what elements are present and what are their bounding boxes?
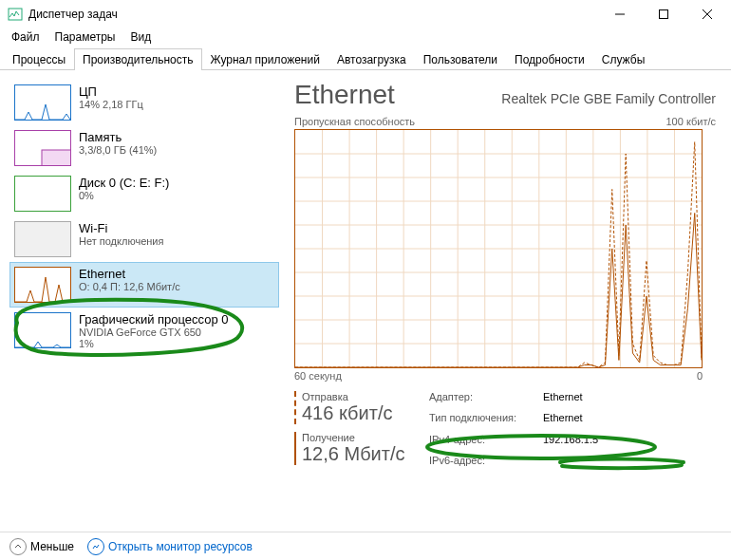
sidebar-gpu-pct: 1% bbox=[79, 338, 229, 349]
tab-services[interactable]: Службы bbox=[593, 48, 653, 70]
tab-processes[interactable]: Процессы bbox=[4, 48, 74, 70]
sidebar-memory-title: Память bbox=[79, 130, 157, 144]
performance-sidebar: ЦП 14% 2,18 ГГц Память 3,3/8,0 ГБ (41%) … bbox=[0, 70, 285, 532]
tab-details[interactable]: Подробности bbox=[506, 48, 593, 70]
sidebar-item-ethernet[interactable]: Ethernet О: 0,4 П: 12,6 Мбит/с bbox=[9, 262, 279, 308]
info-ipv6-v bbox=[543, 455, 695, 473]
sidebar-item-memory[interactable]: Память 3,3/8,0 ГБ (41%) bbox=[9, 125, 279, 171]
detail-pane: Ethernet Realtek PCIe GBE Family Control… bbox=[285, 70, 731, 532]
chart-footer-left: 60 секунд bbox=[294, 370, 342, 382]
tab-app-history[interactable]: Журнал приложений bbox=[202, 48, 328, 70]
send-label: Отправка bbox=[302, 391, 418, 402]
send-value: 416 кбит/с bbox=[302, 402, 418, 424]
chart-footer-right: 0 bbox=[697, 370, 703, 382]
fewer-details-button[interactable]: Меньше bbox=[9, 538, 74, 555]
tab-performance[interactable]: Производительность bbox=[74, 48, 201, 70]
open-resmon-link[interactable]: Открыть монитор ресурсов bbox=[87, 538, 253, 555]
sidebar-item-wifi[interactable]: Wi-Fi Нет подключения bbox=[9, 216, 279, 262]
sidebar-gpu-sub: NVIDIA GeForce GTX 650 bbox=[79, 327, 229, 338]
info-adapter-v: Ethernet bbox=[543, 391, 695, 409]
tab-strip: Процессы Производительность Журнал прило… bbox=[0, 47, 731, 70]
info-conn-v: Ethernet bbox=[543, 412, 695, 430]
sidebar-ethernet-sub: О: 0,4 П: 12,6 Мбит/с bbox=[79, 281, 180, 292]
info-ipv4-k: IPv4-адрес: bbox=[429, 434, 543, 452]
disk-thumb-icon bbox=[14, 176, 71, 212]
minimize-button[interactable] bbox=[598, 0, 642, 28]
menu-view[interactable]: Вид bbox=[124, 28, 157, 47]
recv-metric: Получение 12,6 Мбит/с bbox=[294, 432, 418, 465]
ethernet-thumb-icon bbox=[14, 267, 71, 303]
sidebar-wifi-sub: Нет подключения bbox=[79, 235, 163, 247]
gpu-thumb-icon bbox=[14, 312, 71, 348]
detail-adapter-name: Realtek PCIe GBE Family Controller bbox=[501, 91, 716, 106]
info-adapter-k: Адаптер: bbox=[429, 391, 543, 409]
tab-startup[interactable]: Автозагрузка bbox=[328, 48, 415, 70]
sidebar-gpu-title: Графический процессор 0 bbox=[79, 312, 229, 327]
titlebar: Диспетчер задач bbox=[0, 0, 731, 28]
footer: Меньше Открыть монитор ресурсов bbox=[0, 532, 731, 560]
svg-rect-5 bbox=[42, 150, 71, 166]
taskmgr-icon bbox=[8, 7, 23, 22]
sidebar-wifi-title: Wi-Fi bbox=[79, 221, 163, 235]
menu-options[interactable]: Параметры bbox=[49, 28, 122, 47]
wifi-thumb-icon bbox=[14, 221, 71, 257]
tab-users[interactable]: Пользователи bbox=[415, 48, 506, 70]
maximize-button[interactable] bbox=[642, 0, 685, 28]
close-button[interactable] bbox=[685, 0, 729, 28]
sidebar-cpu-sub: 14% 2,18 ГГц bbox=[79, 99, 143, 110]
sidebar-memory-sub: 3,3/8,0 ГБ (41%) bbox=[79, 144, 157, 156]
info-ipv6-k: IPv6-адрес: bbox=[429, 455, 543, 473]
menubar: Файл Параметры Вид bbox=[0, 28, 731, 47]
chart-header-right: 100 кбит/с bbox=[665, 116, 716, 127]
detail-title: Ethernet bbox=[294, 80, 395, 110]
connection-info: Адаптер: Ethernet Тип подключения: Ether… bbox=[429, 391, 695, 473]
cpu-thumb-icon bbox=[14, 84, 71, 121]
svg-rect-2 bbox=[660, 10, 668, 19]
recv-value: 12,6 Мбит/с bbox=[302, 443, 418, 465]
sidebar-disk-title: Диск 0 (C: E: F:) bbox=[79, 176, 169, 190]
sidebar-ethernet-title: Ethernet bbox=[79, 267, 180, 281]
sidebar-item-cpu[interactable]: ЦП 14% 2,18 ГГц bbox=[9, 80, 279, 125]
sidebar-disk-sub: 0% bbox=[79, 190, 169, 201]
sidebar-cpu-title: ЦП bbox=[79, 84, 143, 99]
window-title: Диспетчер задач bbox=[28, 8, 598, 21]
chart-header-left: Пропускная способность bbox=[294, 116, 415, 127]
chevron-up-icon bbox=[9, 538, 27, 555]
send-metric: Отправка 416 кбит/с bbox=[294, 391, 418, 424]
sidebar-item-disk[interactable]: Диск 0 (C: E: F:) 0% bbox=[9, 171, 279, 216]
info-conn-k: Тип подключения: bbox=[429, 412, 543, 430]
sidebar-item-gpu[interactable]: Графический процессор 0 NVIDIA GeForce G… bbox=[9, 308, 279, 354]
resmon-icon bbox=[87, 538, 104, 555]
menu-file[interactable]: Файл bbox=[6, 28, 46, 47]
memory-thumb-icon bbox=[14, 130, 71, 166]
recv-label: Получение bbox=[302, 432, 418, 443]
throughput-chart[interactable] bbox=[294, 129, 703, 368]
info-ipv4-v: 192.168.1.5 bbox=[543, 434, 695, 452]
